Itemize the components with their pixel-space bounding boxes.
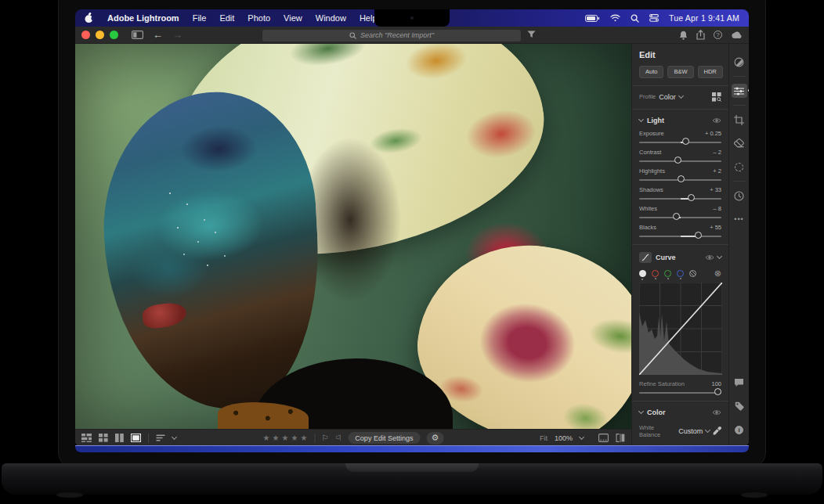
photo-canvas[interactable]: [75, 44, 631, 429]
profile-value[interactable]: Color: [659, 93, 676, 101]
menu-photo[interactable]: Photo: [248, 13, 270, 23]
menu-file[interactable]: File: [193, 13, 207, 23]
color-visibility-eye-icon[interactable]: [712, 409, 721, 416]
color-collapse-chevron-icon[interactable]: [638, 408, 644, 413]
slider-value: + 33: [710, 186, 721, 193]
minimize-button[interactable]: [96, 31, 104, 39]
curve-collapse-chevron-icon[interactable]: [717, 253, 722, 258]
star-icon[interactable]: ★: [273, 434, 280, 442]
keyword-tag-icon[interactable]: [732, 399, 747, 413]
curve-channel-green[interactable]: [664, 270, 671, 277]
eyedropper-icon[interactable]: [713, 427, 721, 435]
slider-thumb[interactable]: [714, 388, 721, 395]
photo-grid-view-icon[interactable]: [81, 434, 92, 442]
apple-logo-icon[interactable]: [85, 13, 94, 23]
auto-button[interactable]: Auto: [639, 66, 663, 78]
compare-view-icon[interactable]: [115, 434, 124, 442]
white-balance-value[interactable]: Custom: [678, 427, 703, 435]
edit-sliders-icon[interactable]: [732, 84, 747, 98]
comments-icon[interactable]: [732, 376, 747, 390]
slider-thumb[interactable]: [673, 213, 680, 220]
masking-icon[interactable]: [732, 160, 747, 174]
menu-edit[interactable]: Edit: [219, 13, 234, 23]
fit-label[interactable]: Fit: [540, 434, 548, 442]
slider-track[interactable]: [639, 217, 721, 218]
pick-flag-icon[interactable]: ⚐: [321, 434, 328, 442]
slider-thumb[interactable]: [678, 175, 685, 182]
menu-window[interactable]: Window: [316, 13, 346, 23]
square-grid-view-icon[interactable]: [99, 434, 108, 442]
spotlight-search-icon[interactable]: [631, 14, 639, 23]
profile-browser-icon[interactable]: [712, 92, 721, 102]
curve-channel-all[interactable]: [639, 270, 646, 277]
slider-track[interactable]: [639, 236, 721, 237]
slider-thumb[interactable]: [695, 232, 702, 239]
help-icon[interactable]: ?: [714, 31, 722, 39]
star-icon[interactable]: ★: [263, 434, 271, 442]
wifi-icon[interactable]: [610, 14, 620, 22]
versions-history-icon[interactable]: [732, 189, 747, 203]
filter-funnel-icon[interactable]: [527, 31, 536, 38]
info-icon[interactable]: i: [732, 423, 747, 437]
search-input[interactable]: Search "Recent Import": [262, 30, 521, 41]
more-tools-icon[interactable]: •••: [732, 212, 747, 226]
slider-track[interactable]: [639, 198, 721, 200]
star-icon[interactable]: ★: [282, 434, 290, 442]
bw-button[interactable]: B&W: [667, 66, 693, 78]
hdr-button[interactable]: HDR: [698, 66, 723, 78]
slider-track[interactable]: [639, 392, 721, 394]
zoom-level[interactable]: 100%: [555, 434, 573, 442]
light-section-header[interactable]: Light: [639, 117, 721, 124]
control-center-icon[interactable]: [649, 14, 659, 22]
copy-edit-settings-button[interactable]: Copy Edit Settings: [348, 432, 420, 444]
share-icon[interactable]: [696, 30, 705, 40]
curve-channel-blue[interactable]: [677, 270, 684, 277]
battery-icon[interactable]: [585, 15, 600, 22]
healing-eraser-icon[interactable]: [732, 136, 747, 150]
slider-highlights: Highlights+ 2: [639, 167, 721, 181]
menu-view[interactable]: View: [284, 13, 302, 23]
slider-track[interactable]: [639, 160, 721, 162]
zoom-chevron-down-icon[interactable]: [579, 434, 584, 439]
back-icon[interactable]: ←: [153, 30, 163, 40]
cloud-sync-icon[interactable]: [731, 31, 743, 39]
bottom-toolbar: ★★★★★ ⚐ ⚐ Copy Edit Settings ⚙ Fit 100%: [75, 429, 631, 446]
slider-value: + 0.25: [705, 130, 721, 137]
menu-app-name[interactable]: Adobe Lightroom: [107, 13, 179, 23]
star-icon[interactable]: ★: [291, 434, 298, 442]
menu-clock[interactable]: Tue Apr 1 9:41 AM: [669, 13, 739, 23]
slider-thumb[interactable]: [688, 194, 695, 201]
slider-track[interactable]: [639, 142, 721, 143]
close-button[interactable]: [81, 31, 90, 39]
reject-flag-icon[interactable]: ⚐: [334, 434, 342, 442]
light-collapse-chevron-icon[interactable]: [638, 116, 644, 121]
white-balance-chevron-down-icon[interactable]: [705, 427, 710, 433]
curve-visibility-eye-icon[interactable]: [705, 254, 714, 261]
sidebar-toggle-icon[interactable]: [132, 31, 143, 39]
star-icon[interactable]: ★: [300, 434, 308, 442]
slider-thumb[interactable]: [682, 138, 689, 145]
presets-icon[interactable]: [732, 55, 747, 69]
light-visibility-eye-icon[interactable]: [712, 117, 721, 124]
curve-section-header[interactable]: Curve: [639, 252, 721, 263]
settings-gear-button[interactable]: ⚙: [426, 432, 443, 445]
color-section-header[interactable]: Color: [639, 409, 721, 416]
sort-chevron-down-icon[interactable]: [172, 434, 177, 439]
light-section-title: Light: [647, 117, 664, 124]
filmstrip-toggle-icon[interactable]: [598, 434, 609, 442]
slider-thumb[interactable]: [674, 157, 681, 164]
zoom-button[interactable]: [110, 31, 118, 39]
curve-channel-red[interactable]: [652, 270, 659, 277]
sort-icon[interactable]: [156, 434, 165, 441]
curve-icon[interactable]: [639, 252, 652, 263]
profile-chevron-down-icon[interactable]: [678, 92, 684, 98]
curve-channel-parametric[interactable]: [689, 270, 696, 277]
notifications-bell-icon[interactable]: [679, 31, 688, 40]
crop-icon[interactable]: [732, 113, 747, 127]
before-after-icon[interactable]: [616, 434, 625, 442]
slider-track[interactable]: [639, 179, 721, 181]
detail-view-icon[interactable]: [131, 434, 141, 442]
curve-reset-icon[interactable]: ⊗: [714, 269, 721, 278]
tone-curve-editor[interactable]: [639, 283, 721, 375]
star-rating[interactable]: ★★★★★: [263, 434, 309, 442]
